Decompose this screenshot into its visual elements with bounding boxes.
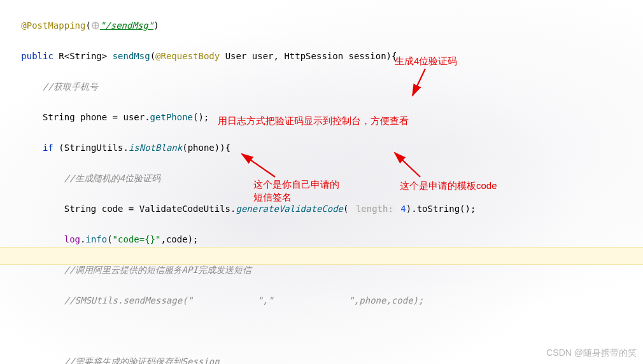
code-line[interactable]: log.info("code={}",code); — [5, 232, 638, 247]
code-line[interactable]: public R<String> sendMsg(@RequestBody Us… — [5, 48, 638, 64]
code-line[interactable]: //调用阿里云提供的短信服务API完成发送短信 — [5, 262, 638, 277]
code-line[interactable]: if (StringUtils.isNotBlank(phone)){ — [5, 140, 638, 155]
annotation: @PostMapping — [21, 20, 85, 31]
inlay-hint: length: — [354, 204, 395, 214]
code-line[interactable]: //需要将生成的验证码保存到Session — [5, 354, 638, 364]
watermark: CSDN @随身携带的笑 — [546, 345, 637, 360]
callout-template: 这个是申请的模板code — [400, 178, 497, 193]
mapping-url: "/sendMsg" — [100, 20, 153, 31]
code-line[interactable]: @PostMapping("/sendMsg") — [5, 18, 638, 33]
code-line[interactable]: //SMSUtils.sendMessage(" "," ",phone,cod… — [5, 293, 638, 308]
callout-log: 用日志方式把验证码显示到控制台，方便查看 — [218, 113, 409, 129]
method-name: sendMsg — [113, 51, 150, 61]
code-line[interactable]: //获取手机号 — [5, 79, 638, 94]
callout-gen4: 生成4位验证码 — [395, 53, 457, 69]
callout-sign: 这个是你自己申请的短信签名 — [253, 178, 339, 204]
code-line[interactable] — [5, 323, 638, 339]
globe-icon — [91, 19, 100, 28]
